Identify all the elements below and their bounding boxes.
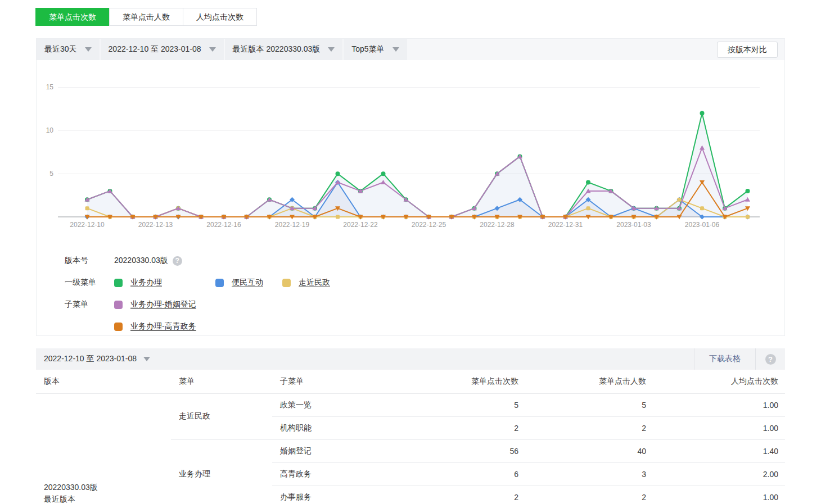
series-markers-业务办理 <box>85 111 750 219</box>
chevron-down-icon <box>393 47 399 52</box>
help-icon[interactable]: ? <box>765 354 776 365</box>
table-panel: 2022-12-10 至 2023-01-08 下载表格 ? 版本 菜单 子菜单… <box>36 348 785 504</box>
users-cell: 40 <box>525 439 653 462</box>
submenu-cell: 机构职能 <box>272 416 399 439</box>
series-swatch <box>114 301 123 309</box>
chevron-down-icon <box>209 47 216 52</box>
period-dropdown[interactable]: 最近30天 <box>37 39 100 60</box>
legend-item-hunyindengji[interactable]: 业务办理-婚姻登记 <box>114 299 196 310</box>
submenu-cell: 政策一览 <box>272 393 399 416</box>
table-topbar: 2022-12-10 至 2023-01-08 下载表格 ? <box>36 348 785 370</box>
x-tick-label: 2022-12-13 <box>138 221 173 229</box>
series-area-业务办理 <box>87 113 748 217</box>
avg-cell: 1.40 <box>653 439 785 462</box>
col-users: 菜单点击人数 <box>525 370 653 393</box>
col-submenu: 子菜单 <box>272 370 399 393</box>
series-swatch <box>215 279 224 287</box>
compare-by-version-button[interactable]: 按版本对比 <box>717 42 778 58</box>
avg-cell: 1.00 <box>653 393 785 416</box>
y-tick-label: 5 <box>49 170 53 178</box>
series-swatch <box>282 279 291 287</box>
x-tick-label: 2022-12-10 <box>70 221 105 229</box>
x-tick-label: 2022-12-28 <box>480 221 515 229</box>
col-clicks: 菜单点击次数 <box>399 370 525 393</box>
menu-cell: 业务办理 <box>171 439 272 504</box>
download-table-button[interactable]: 下载表格 <box>694 354 755 364</box>
series-swatch <box>114 323 123 331</box>
top5-label: Top5菜单 <box>351 44 384 55</box>
col-menu: 菜单 <box>171 370 272 393</box>
x-tick-label: 2023-01-03 <box>616 221 651 229</box>
series-swatch <box>114 279 123 287</box>
clicks-cell: 2 <box>399 416 525 439</box>
chevron-down-icon[interactable] <box>143 357 150 361</box>
metric-tabs: 菜单点击次数 菜单点击人数 人均点击次数 <box>36 8 257 26</box>
period-label: 最近30天 <box>44 44 77 55</box>
legend-item-zoujinminzheng[interactable]: 走近民政 <box>282 278 330 288</box>
submenu-cell: 办事服务 <box>272 485 399 504</box>
tab-menu-users[interactable]: 菜单点击人数 <box>109 8 183 26</box>
table-date-range-dropdown[interactable]: 2022-12-10 至 2023-01-08 <box>44 354 137 364</box>
clicks-cell: 2 <box>399 485 525 504</box>
submenu-cell: 婚姻登记 <box>272 439 399 462</box>
legend-item-bianminhudong[interactable]: 便民互动 <box>215 278 282 288</box>
filter-bar: 最近30天 2022-12-10 至 2023-01-08 最近版本 20220… <box>37 39 784 60</box>
users-cell: 2 <box>525 485 653 504</box>
chevron-down-icon <box>85 47 92 52</box>
tab-menu-clicks[interactable]: 菜单点击次数 <box>35 8 110 26</box>
clicks-cell: 56 <box>399 439 525 462</box>
version-dropdown[interactable]: 最近版本 20220330.03版 <box>225 39 343 60</box>
menu-clicks-line-chart: 510152022-12-102022-12-132022-12-162022-… <box>37 79 784 248</box>
clicks-cell: 6 <box>399 462 525 485</box>
date-range-label: 2022-12-10 至 2023-01-08 <box>109 44 201 55</box>
users-cell: 3 <box>525 462 653 485</box>
legend-item-gaoqingzhengwu[interactable]: 业务办理-高青政务 <box>114 321 196 332</box>
series-line-业务办理-婚姻登记 <box>87 148 748 217</box>
menu-cell: 走近民政 <box>171 393 272 439</box>
users-cell: 5 <box>525 393 653 416</box>
avg-cell: 1.00 <box>653 485 785 504</box>
version-cell: 20220330.03版 最近版本 <box>36 393 171 504</box>
chart-panel: 最近30天 2022-12-10 至 2023-01-08 最近版本 20220… <box>36 38 785 336</box>
col-version: 版本 <box>36 370 171 393</box>
x-tick-label: 2022-12-31 <box>548 221 583 229</box>
tab-avg-clicks[interactable]: 人均点击次数 <box>183 8 257 26</box>
legend-item-yewubanli[interactable]: 业务办理 <box>114 278 215 288</box>
avg-cell: 1.00 <box>653 416 785 439</box>
version-value: 20220330.03版 <box>114 256 168 266</box>
top5-dropdown[interactable]: Top5菜单 <box>344 39 407 60</box>
date-range-dropdown[interactable]: 2022-12-10 至 2023-01-08 <box>101 39 224 60</box>
x-tick-label: 2022-12-22 <box>343 221 378 229</box>
stats-table: 版本 菜单 子菜单 菜单点击次数 菜单点击人数 人均点击次数 20220330.… <box>36 370 785 504</box>
clicks-cell: 5 <box>399 393 525 416</box>
x-tick-label: 2022-12-25 <box>412 221 446 229</box>
y-tick-label: 15 <box>46 83 54 91</box>
level1-menu-key-label: 一级菜单 <box>65 278 114 288</box>
help-icon[interactable]: ? <box>173 256 182 266</box>
x-tick-label: 2022-12-16 <box>206 221 241 229</box>
x-tick-label: 2022-12-19 <box>275 221 310 229</box>
x-tick-label: 2023-01-06 <box>685 221 720 229</box>
chart-legend: 版本号 20220330.03版 ? 一级菜单 业务办理 便民互动 走近民政 子… <box>37 256 784 332</box>
users-cell: 2 <box>525 416 653 439</box>
table-row: 20220330.03版 最近版本 走近民政 政策一览 5 5 1.00 <box>36 393 785 416</box>
submenu-cell: 高青政务 <box>272 462 399 485</box>
y-tick-label: 10 <box>46 126 54 134</box>
chevron-down-icon <box>328 47 335 52</box>
series-line-业务办理 <box>87 113 748 217</box>
sub-menu-key-label: 子菜单 <box>65 299 114 310</box>
avg-cell: 2.00 <box>653 462 785 485</box>
chart-area: 510152022-12-102022-12-132022-12-162022-… <box>37 79 784 250</box>
col-avg: 人均点击次数 <box>653 370 785 393</box>
version-label: 最近版本 20220330.03版 <box>233 44 321 55</box>
version-key-label: 版本号 <box>65 256 114 266</box>
